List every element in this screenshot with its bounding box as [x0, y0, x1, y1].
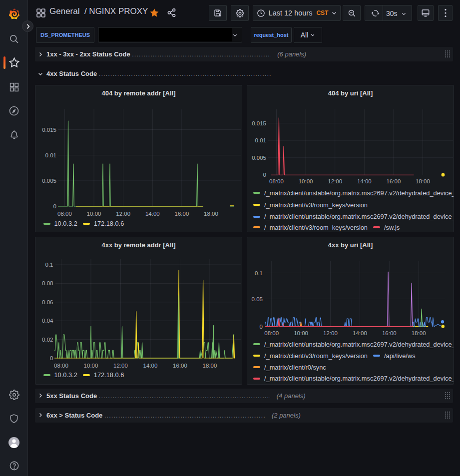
- svg-text:14:00: 14:00: [353, 330, 367, 336]
- svg-text:0: 0: [263, 172, 266, 178]
- svg-text:12:00: 12:00: [113, 363, 128, 369]
- svg-text:18:00: 18:00: [416, 178, 430, 184]
- svg-text:08:00: 08:00: [264, 330, 279, 336]
- svg-text:10:00: 10:00: [299, 178, 313, 184]
- svg-text:12:00: 12:00: [328, 178, 342, 184]
- svg-text:16:00: 16:00: [175, 211, 189, 217]
- svg-text:14:00: 14:00: [143, 363, 158, 369]
- svg-text:0.01: 0.01: [255, 137, 266, 143]
- svg-text:10:00: 10:00: [84, 363, 98, 369]
- svg-text:14:00: 14:00: [357, 178, 372, 184]
- svg-text:08:00: 08:00: [57, 211, 72, 217]
- svg-text:12:00: 12:00: [116, 211, 130, 217]
- svg-text:0.005: 0.005: [42, 178, 56, 184]
- svg-text:0.015: 0.015: [42, 127, 56, 133]
- svg-text:10:00: 10:00: [294, 330, 308, 336]
- svg-text:10:00: 10:00: [87, 211, 101, 217]
- svg-text:16:00: 16:00: [173, 363, 187, 369]
- svg-text:0.02: 0.02: [42, 337, 53, 343]
- svg-text:16:00: 16:00: [382, 330, 397, 336]
- svg-text:16:00: 16:00: [387, 178, 401, 184]
- svg-text:08:00: 08:00: [54, 363, 68, 369]
- svg-text:0.06: 0.06: [42, 299, 53, 305]
- svg-text:18:00: 18:00: [203, 363, 217, 369]
- svg-text:12:00: 12:00: [323, 330, 338, 336]
- svg-text:0.01: 0.01: [45, 152, 56, 158]
- svg-text:0.1: 0.1: [45, 262, 53, 268]
- svg-text:0: 0: [53, 203, 56, 209]
- svg-text:0: 0: [50, 355, 53, 361]
- svg-text:0.015: 0.015: [252, 120, 266, 126]
- svg-text:08:00: 08:00: [269, 178, 284, 184]
- svg-text:0: 0: [260, 324, 263, 330]
- svg-text:18:00: 18:00: [412, 330, 426, 336]
- svg-text:0.05: 0.05: [252, 296, 263, 302]
- svg-text:0.005: 0.005: [252, 155, 266, 161]
- svg-text:0.1: 0.1: [255, 270, 263, 276]
- svg-text:18:00: 18:00: [204, 211, 218, 217]
- svg-text:0.08: 0.08: [42, 280, 53, 286]
- svg-text:0.04: 0.04: [42, 318, 53, 324]
- svg-text:14:00: 14:00: [145, 211, 160, 217]
